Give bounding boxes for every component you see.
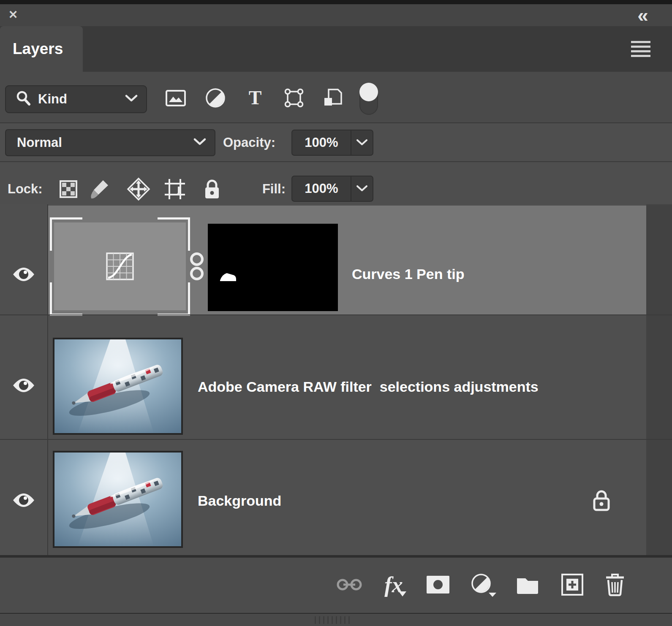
fill-value: 100% [292,181,351,196]
lock-label: Lock: [8,182,43,197]
divider [0,314,672,315]
new-adjustment-layer-icon[interactable] [468,567,498,602]
layer-thumbnail-pen[interactable] [53,451,183,548]
layer-name[interactable]: Curves 1 Pen tip [352,266,464,282]
mask-link-icon[interactable] [188,250,205,286]
collapse-panel-icon[interactable]: « [631,6,655,24]
close-icon[interactable]: ✕ [6,7,20,23]
tab-bar: Layers [0,26,672,72]
window-edge [0,0,672,4]
opacity-value: 100% [292,135,351,150]
chevron-down-icon[interactable] [351,176,373,201]
footer-toolbar: fx [0,556,672,613]
pixel-layer-filter-icon[interactable] [164,86,188,110]
layers-panel: ✕ « Layers Kind T [0,0,672,626]
delete-layer-trash-icon[interactable] [600,567,630,602]
dropdown-triangle-icon [399,591,406,596]
blend-mode-value: Normal [17,135,62,150]
adjustment-layer-filter-icon[interactable] [204,86,227,110]
add-layer-mask-icon[interactable] [423,567,453,602]
chevron-down-icon [125,95,138,104]
panel-title-bar: ✕ « [0,4,672,26]
blend-bar: Normal Opacity: 100% [0,122,672,161]
visibility-eye-icon[interactable] [10,375,37,396]
filter-kind-label: Kind [38,92,67,107]
panel-menu-icon[interactable] [631,39,655,59]
scrollbar-gutter[interactable] [646,204,672,556]
divider [0,439,672,440]
layer-thumbnail-pen[interactable] [53,338,183,435]
layer-mask-thumbnail[interactable] [208,224,338,311]
layer-name[interactable]: Background [198,493,281,509]
fill-input[interactable]: 100% [291,176,373,202]
link-layers-icon[interactable] [334,567,365,602]
layers-list: Curves 1 Pen tip [0,204,672,556]
layer-style-fx-icon[interactable]: fx [378,567,409,602]
mask-content-blob [219,270,237,283]
filter-bar: Kind T [0,72,672,122]
background-lock-icon[interactable] [590,488,612,514]
visibility-eye-icon[interactable] [10,264,37,285]
lock-position-icon[interactable] [127,177,150,201]
visibility-eye-icon[interactable] [10,490,37,510]
new-layer-icon[interactable] [557,567,588,602]
opacity-label: Opacity: [223,135,275,150]
lock-all-icon[interactable] [200,177,224,201]
fill-label: Fill: [231,182,286,197]
svg-text:T: T [249,87,262,108]
lock-bar: Lock: Fill: 100% [0,161,672,204]
search-icon [15,90,32,108]
blend-mode-select[interactable]: Normal [5,129,215,156]
chevron-down-icon [193,138,206,147]
layer-name[interactable]: Adobe Camera RAW filter selections adjus… [198,379,539,395]
curves-adjustment-thumbnail[interactable] [54,222,186,310]
type-layer-filter-icon[interactable]: T [243,86,267,110]
resize-grip[interactable] [315,616,350,624]
filter-kind-dropdown[interactable]: Kind [5,85,147,113]
panel-bottom-edge [0,613,672,626]
shape-layer-filter-icon[interactable] [282,86,306,110]
divider [47,204,48,556]
curves-icon [105,252,135,281]
filter-toggle[interactable] [358,83,379,117]
new-group-folder-icon[interactable] [512,567,543,602]
lock-transparency-icon[interactable] [57,177,80,201]
lock-artboard-icon[interactable] [163,177,187,201]
tab-layers-label: Layers [13,40,63,58]
chevron-down-icon[interactable] [351,130,373,155]
smart-object-filter-icon[interactable] [321,86,345,110]
lock-pixels-brush-icon[interactable] [88,177,112,201]
opacity-input[interactable]: 100% [291,130,373,156]
tab-layers[interactable]: Layers [0,26,83,72]
